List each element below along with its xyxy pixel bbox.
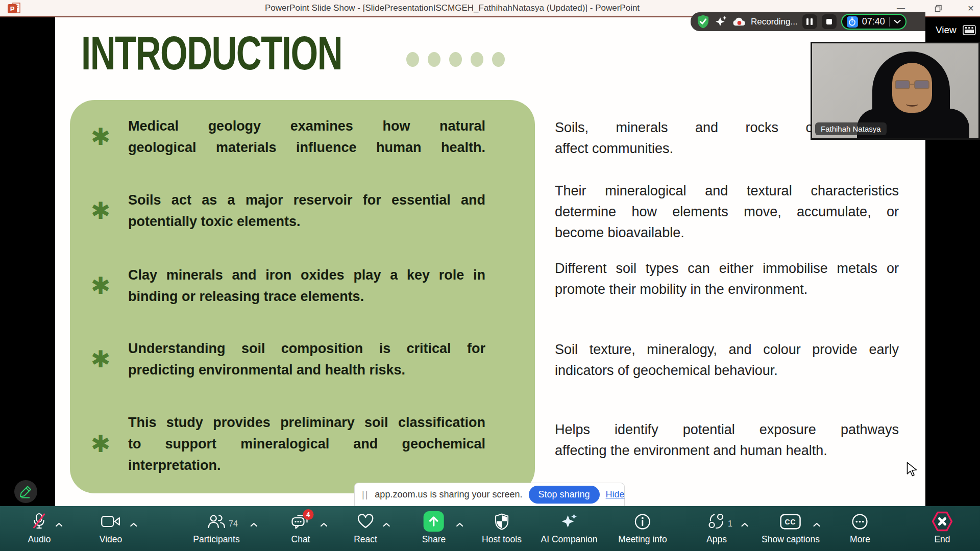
info-circle-icon: [634, 513, 651, 530]
person-smile: [906, 102, 918, 107]
shield-checkered-icon: [494, 513, 509, 531]
self-video-thumbnail[interactable]: Fathihah Natasya: [811, 42, 980, 140]
microphone-muted-icon: [32, 513, 46, 530]
restore-icon: [935, 5, 942, 12]
share-up-arrow-icon: [424, 511, 444, 532]
toolbar-label: Meeting info: [618, 534, 667, 545]
more-button[interactable]: More: [850, 511, 870, 545]
divider: [889, 17, 890, 27]
chevron-up-icon[interactable]: [130, 522, 137, 527]
asterisk-bullet-icon: ✱: [89, 199, 112, 222]
toolbar-label: Chat: [291, 534, 310, 545]
stop-icon: [826, 19, 832, 24]
slide-paragraph: Different soil types can either immobili…: [555, 258, 899, 300]
glasses-lens: [914, 80, 929, 89]
toolbar-label: More: [850, 534, 870, 545]
glasses-lens: [895, 80, 910, 89]
bullet-text: Clay minerals and iron oxides play a key…: [128, 264, 485, 307]
pause-icon: [806, 18, 808, 25]
asterisk-bullet-icon: ✱: [89, 274, 112, 297]
recording-status-label: Recording...: [751, 17, 798, 27]
bullet-item: ✱ Soils act as a major reservoir for ess…: [70, 189, 535, 232]
slide-dot: [428, 52, 440, 67]
slide-dot: [449, 52, 462, 67]
closed-captions-icon: CC: [780, 514, 801, 530]
ai-sparkle-icon: [560, 512, 578, 531]
bullet-item: ✱ Medical geology examines how naturalge…: [70, 115, 535, 158]
slide-dot: [471, 52, 483, 67]
timer-clock-icon: [847, 16, 858, 28]
mouse-cursor: [906, 462, 918, 477]
stop-recording-button[interactable]: [822, 14, 837, 29]
bullet-item: ✱ This study provides preliminary soil c…: [70, 412, 535, 476]
end-hexagon-x-icon: [930, 511, 954, 532]
gallery-view-icon: [963, 25, 976, 35]
video-button[interactable]: Video: [100, 511, 122, 545]
chevron-up-icon[interactable]: [320, 522, 327, 527]
end-meeting-button[interactable]: End: [930, 511, 954, 545]
left-black-strip: [0, 17, 55, 506]
slide-dot: [492, 52, 505, 67]
screen: P PowerPoint Slide Show - [SlidePresenta…: [0, 0, 980, 551]
toolbar-label: Show captions: [762, 534, 820, 545]
toolbar-label: Share: [422, 534, 446, 545]
toolbar-label: End: [930, 534, 954, 545]
toolbar-label: Participants: [193, 534, 239, 545]
hide-link[interactable]: Hide: [606, 489, 625, 500]
ai-sparkle-icon[interactable]: [714, 15, 728, 29]
heart-icon: [357, 514, 374, 530]
chevron-up-icon[interactable]: [741, 522, 748, 527]
share-button[interactable]: Share: [422, 511, 446, 545]
restore-button[interactable]: [926, 0, 950, 16]
slide-paragraph: Their mineralogical and textural charact…: [555, 181, 899, 243]
show-captions-button[interactable]: CC Show captions: [762, 511, 820, 545]
bullet-item: ✱ Clay minerals and iron oxides play a k…: [70, 264, 535, 307]
meeting-timer[interactable]: 07:40: [841, 14, 906, 30]
zoom-toolbar: Audio Video 74 Participants 4 Chat: [0, 506, 980, 551]
slide-title: INTRODUCTION: [81, 27, 342, 80]
slide-canvas: INTRODUCTION ✱ Medical geology examines …: [55, 17, 925, 506]
bullet-text: This study provides preliminary soil cla…: [128, 412, 485, 476]
screen-share-notification: || app.zoom.us is sharing your screen. S…: [354, 483, 625, 507]
security-shield-icon[interactable]: [697, 14, 709, 29]
chevron-up-icon[interactable]: [383, 522, 390, 527]
participants-button[interactable]: 74 Participants: [193, 511, 239, 545]
slide-dot: [406, 52, 419, 67]
chat-unread-badge: 4: [303, 509, 313, 520]
toolbar-label: AI Companion: [541, 534, 598, 545]
pencil-icon: [19, 485, 33, 498]
glasses-bridge: [910, 84, 914, 85]
react-button[interactable]: React: [354, 511, 377, 545]
chat-button[interactable]: 4 Chat: [291, 511, 310, 545]
video-camera-icon: [101, 515, 120, 528]
apps-button[interactable]: 1 Apps: [706, 511, 727, 545]
toolbar-label: Host tools: [482, 534, 522, 545]
view-label: View: [936, 24, 957, 36]
host-tools-button[interactable]: Host tools: [482, 511, 522, 545]
audio-button[interactable]: Audio: [28, 511, 51, 545]
ai-companion-button[interactable]: AI Companion: [541, 511, 598, 545]
slide-paragraph: Helps identify potential exposure pathwa…: [555, 419, 899, 461]
view-menu-button[interactable]: View: [925, 17, 980, 36]
meeting-info-button[interactable]: Meeting info: [618, 511, 667, 545]
pause-share-icon[interactable]: ||: [362, 489, 369, 500]
chevron-up-icon[interactable]: [813, 522, 820, 527]
chevron-down-icon[interactable]: [894, 19, 901, 24]
stop-sharing-button[interactable]: Stop sharing: [529, 486, 600, 504]
annotate-button[interactable]: [14, 480, 37, 503]
pause-recording-button[interactable]: [802, 14, 817, 29]
close-button[interactable]: ✕: [959, 0, 980, 16]
asterisk-bullet-icon: ✱: [89, 432, 112, 456]
bullet-text: Medical geology examines how naturalgeol…: [128, 115, 485, 158]
toolbar-label: Apps: [706, 534, 727, 545]
chevron-up-icon[interactable]: [250, 522, 257, 527]
participant-name-label: Fathihah Natasya: [815, 122, 887, 135]
title-dots: [406, 52, 505, 67]
chevron-up-icon[interactable]: [56, 522, 63, 527]
bullet-text: Understanding soil composition is critic…: [128, 338, 485, 381]
bullet-panel: ✱ Medical geology examines how naturalge…: [70, 100, 535, 493]
zoom-meeting-topbar: Recording... 07:40: [691, 12, 925, 31]
svg-text:CC: CC: [785, 518, 796, 526]
ellipsis-circle-icon: [852, 513, 869, 530]
chevron-up-icon[interactable]: [456, 522, 463, 527]
